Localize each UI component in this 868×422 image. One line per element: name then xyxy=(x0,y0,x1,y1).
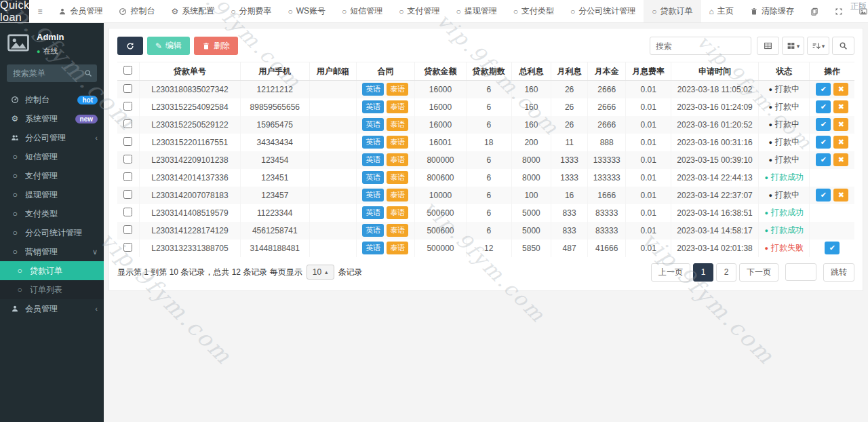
contract-lang-badge[interactable]: 泰语 xyxy=(387,153,408,166)
contract-lang-badge[interactable]: 英语 xyxy=(362,83,384,96)
row-checkbox[interactable] xyxy=(123,102,132,111)
contract-lang-badge[interactable]: 泰语 xyxy=(387,118,408,131)
prev-page-button[interactable]: 上一页 xyxy=(651,263,690,282)
sidebar-item[interactable]: ○营销管理∨ xyxy=(0,242,104,261)
column-header: 贷款金额 xyxy=(415,62,467,81)
sidebar-item[interactable]: ○支付类型 xyxy=(0,204,104,223)
view-toggle-button[interactable] xyxy=(757,37,779,55)
contract-lang-badge[interactable]: 泰语 xyxy=(387,189,408,202)
sidebar-item[interactable]: 分公司管理‹ xyxy=(0,128,104,147)
contract-lang-badge[interactable]: 英语 xyxy=(362,171,384,184)
contract-lang-badge[interactable]: 泰语 xyxy=(387,242,408,254)
jump-button[interactable]: 跳转 xyxy=(823,263,854,282)
table-search-input[interactable] xyxy=(650,37,751,55)
topnav-item[interactable]: ⚙系统配置 xyxy=(163,0,222,22)
row-checkbox[interactable] xyxy=(123,208,132,216)
contract-lang-badge[interactable]: 英语 xyxy=(362,206,384,219)
reject-button[interactable]: ✖ xyxy=(833,153,848,166)
topnav-item-label: WS账号 xyxy=(296,5,326,17)
approve-button[interactable]: ✔ xyxy=(816,83,831,96)
contract-lang-badge[interactable]: 英语 xyxy=(362,153,384,166)
topnav-item[interactable]: ○分公司统计管理 xyxy=(562,0,644,22)
approve-button[interactable]: ✔ xyxy=(816,189,831,202)
page-size-select[interactable]: 10 ▴ xyxy=(307,265,334,280)
reject-button[interactable]: ✖ xyxy=(833,189,848,202)
topnav-item[interactable]: ○支付管理 xyxy=(391,0,448,22)
topnav-item[interactable]: 会员管理 xyxy=(50,0,111,22)
table-search-button[interactable] xyxy=(832,37,854,55)
refresh-button[interactable] xyxy=(117,37,143,55)
delete-button[interactable]: 删除 xyxy=(194,37,238,55)
topnav-item[interactable]: ○分期费率 xyxy=(222,0,279,22)
contract-lang-badge[interactable]: 英语 xyxy=(362,189,384,202)
loan-periods: 6 xyxy=(466,98,511,116)
search-icon[interactable] xyxy=(84,69,92,77)
page-button[interactable]: 1 xyxy=(693,263,713,282)
approve-button[interactable]: ✔ xyxy=(816,153,831,166)
order-no: L2303180835027342 xyxy=(139,81,240,98)
topnav-item[interactable]: ○短信管理 xyxy=(334,0,391,22)
row-checkbox[interactable] xyxy=(123,190,132,199)
sidebar-user-status-label: 在线 xyxy=(43,46,58,56)
reject-button[interactable]: ✖ xyxy=(833,136,848,149)
select-all-checkbox[interactable] xyxy=(123,66,132,75)
contract-lang-badge[interactable]: 英语 xyxy=(362,136,384,149)
approve-button[interactable]: ✔ xyxy=(816,136,831,149)
table-row: L230315220116755134343434英语泰语16001182001… xyxy=(117,134,854,151)
reject-button[interactable]: ✖ xyxy=(833,118,848,131)
sidebar-item[interactable]: ○贷款订单 xyxy=(0,261,104,280)
row-checkbox[interactable] xyxy=(123,225,132,234)
row-checkbox[interactable] xyxy=(123,172,132,181)
approve-button[interactable]: ✔ xyxy=(816,118,831,131)
page-button[interactable]: 2 xyxy=(716,263,736,282)
row-checkbox[interactable] xyxy=(123,119,132,128)
row-checkbox[interactable] xyxy=(123,155,132,164)
contract-lang-badge[interactable]: 泰语 xyxy=(387,136,408,149)
user-icon xyxy=(10,305,20,313)
home-link[interactable]: ⌂主页 xyxy=(701,0,742,22)
contract-lang-badge[interactable]: 泰语 xyxy=(387,206,408,219)
page-jump-input[interactable] xyxy=(785,263,816,281)
edit-button[interactable]: ✎编辑 xyxy=(147,37,190,55)
topnav-item[interactable]: ○贷款订单 xyxy=(644,0,701,22)
contract-lang-badge[interactable]: 英语 xyxy=(362,100,384,113)
contract-lang-badge[interactable]: 泰语 xyxy=(387,83,408,96)
search-icon xyxy=(839,41,848,50)
sidebar-item[interactable]: 会员管理‹ xyxy=(0,299,104,318)
sidebar-item[interactable]: ○短信管理 xyxy=(0,147,104,166)
contract-lang-badge[interactable]: 英语 xyxy=(362,118,384,131)
app-logo[interactable]: Quick loan xyxy=(0,0,29,22)
fullscreen-button[interactable] xyxy=(827,0,851,22)
contract-lang-badge[interactable]: 泰语 xyxy=(387,171,408,184)
topnav-item[interactable]: ○WS账号 xyxy=(279,0,334,22)
contract-lang-badge[interactable]: 英语 xyxy=(362,224,384,237)
sidebar-item[interactable]: 控制台hot xyxy=(0,90,104,109)
topnav-item[interactable]: ○提现管理 xyxy=(448,0,505,22)
column-header: 状态 xyxy=(758,62,810,81)
contract-lang-badge[interactable]: 英语 xyxy=(362,242,384,254)
row-checkbox[interactable] xyxy=(123,243,132,252)
sidebar-item[interactable]: ○提现管理 xyxy=(0,185,104,204)
reject-button[interactable]: ✖ xyxy=(833,83,848,96)
sidebar-item[interactable]: ⚙系统管理new xyxy=(0,109,104,128)
row-checkbox[interactable] xyxy=(123,84,132,93)
sidebar-item[interactable]: ○分公司统计管理 xyxy=(0,223,104,242)
reject-button[interactable]: ✖ xyxy=(833,100,848,113)
next-page-button[interactable]: 下一页 xyxy=(739,263,778,282)
row-checkbox[interactable] xyxy=(123,137,132,146)
sidebar-item[interactable]: ○订单列表 xyxy=(0,280,104,299)
export-button[interactable]: ▾ xyxy=(807,37,829,55)
columns-button[interactable]: ▾ xyxy=(782,37,804,55)
topnav-item[interactable]: ○支付类型 xyxy=(505,0,562,22)
sidebar-toggle-button[interactable]: ≡ xyxy=(29,0,50,22)
circle-icon: ○ xyxy=(456,7,461,16)
contract-lang-badge[interactable]: 泰语 xyxy=(387,224,408,237)
admin-user-menu[interactable]: Admin xyxy=(851,0,868,22)
sidebar-item[interactable]: ○支付管理 xyxy=(0,166,104,185)
approve-button[interactable]: ✔ xyxy=(816,100,831,113)
contract-lang-badge[interactable]: 泰语 xyxy=(387,100,408,113)
topnav-item[interactable]: 控制台 xyxy=(111,0,163,22)
approve-button[interactable]: ✔ xyxy=(825,242,840,254)
clear-cache-link[interactable]: 清除缓存 xyxy=(742,0,802,22)
copy-button[interactable] xyxy=(802,0,827,22)
